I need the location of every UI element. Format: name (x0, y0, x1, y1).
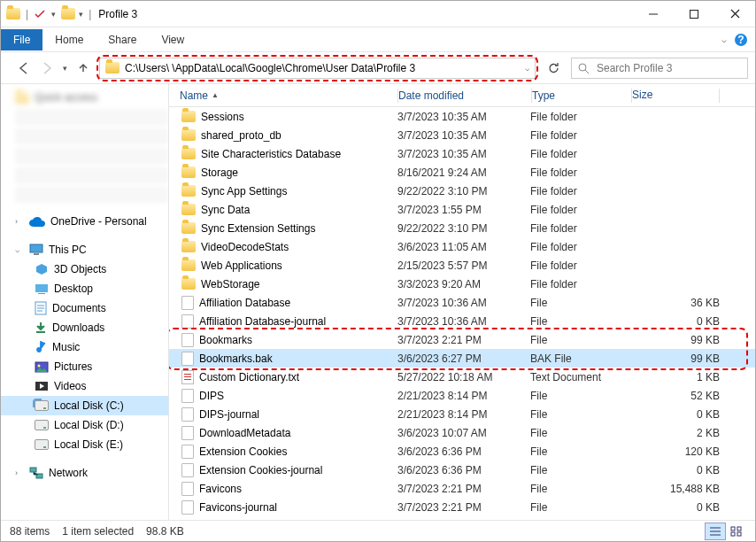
file-row[interactable]: DIPS-journal2/21/2023 8:14 PMFile0 KB (169, 405, 755, 423)
file-row[interactable]: Sync Extension Settings9/22/2022 3:10 PM… (169, 219, 755, 237)
file-row[interactable]: Storage8/16/2021 9:24 AMFile folder (169, 163, 755, 182)
file-row[interactable]: Affiliation Database3/7/2023 10:36 AMFil… (169, 293, 755, 312)
svg-rect-17 (737, 532, 741, 536)
chevron-down-icon[interactable]: ⌵ (15, 245, 24, 254)
column-date[interactable]: Date modified (398, 89, 531, 102)
file-type: File (530, 501, 629, 514)
svg-point-3 (579, 64, 586, 71)
file-row[interactable]: DIPS2/21/2023 8:14 PMFile52 KB (169, 386, 755, 405)
file-name: Bookmarks (199, 334, 252, 346)
file-row[interactable]: Bookmarks3/7/2023 2:21 PMFile99 KB (169, 330, 755, 349)
file-name: Custom Dictionary.txt (199, 371, 299, 383)
nav-desktop[interactable]: Desktop (1, 279, 168, 298)
file-list[interactable]: Sessions3/7/2023 10:35 AMFile foldershar… (169, 107, 755, 520)
details-view-button[interactable] (706, 523, 725, 539)
chevron-right-icon[interactable]: › (15, 217, 24, 226)
help-icon[interactable]: ? (734, 33, 748, 47)
qat-caret-icon[interactable]: ▾ (79, 10, 83, 19)
nav-documents[interactable]: Documents (1, 298, 168, 318)
navigation-pane[interactable]: Quick access › OneDrive - Personal ⌵ Thi… (1, 84, 169, 520)
file-row[interactable]: WebStorage3/3/2023 9:20 AMFile folder (169, 275, 755, 293)
file-date: 3/6/2023 10:07 AM (397, 427, 530, 439)
status-selected-count: 1 item selected (62, 525, 134, 538)
tab-view[interactable]: View (149, 34, 197, 46)
svg-rect-0 (690, 10, 698, 18)
file-row[interactable]: Affiliation Database-journal3/7/2023 10:… (169, 312, 755, 330)
file-row[interactable]: Sessions3/7/2023 10:35 AMFile folder (169, 107, 755, 126)
file-icon (181, 445, 194, 459)
column-headers[interactable]: Name▲ Date modified Type Size (169, 84, 755, 107)
qat-folder-icon[interactable] (61, 8, 75, 19)
nav-local-disk-d[interactable]: Local Disk (D:) (1, 415, 168, 435)
ribbon-expand-icon[interactable]: ⌵ (721, 35, 727, 44)
nav-pictures[interactable]: Pictures (1, 357, 168, 376)
file-row[interactable]: Extension Cookies3/6/2023 6:36 PMFile120… (169, 442, 755, 461)
up-button[interactable] (76, 61, 90, 75)
onedrive-icon (29, 217, 45, 227)
search-input[interactable] (597, 62, 742, 74)
nav-thispc[interactable]: ⌵ This PC (1, 240, 168, 259)
column-size[interactable]: Size (632, 89, 755, 103)
quick-access[interactable]: Quick access (1, 88, 168, 107)
file-row[interactable]: Site Characteristics Database3/7/2023 10… (169, 144, 755, 163)
file-icon (181, 426, 194, 440)
qat-properties-icon[interactable] (34, 8, 46, 20)
qat-dropdown-icon[interactable]: ▾ (51, 10, 56, 19)
file-size: 36 KB (629, 297, 755, 309)
tab-home[interactable]: Home (42, 34, 96, 46)
nav-onedrive[interactable]: › OneDrive - Personal (1, 212, 168, 231)
ribbon-tabs: File Home Share View ⌵ ? (1, 27, 755, 52)
file-row[interactable]: Sync App Settings9/22/2022 3:10 PMFile f… (169, 182, 755, 200)
forward-button[interactable] (40, 61, 54, 75)
address-dropdown-icon[interactable]: ⌵ (525, 64, 529, 73)
nav-music[interactable]: Music (1, 337, 168, 357)
file-size: 99 KB (629, 334, 755, 346)
file-date: 2/21/2023 8:14 PM (397, 390, 530, 402)
file-type: Text Document (530, 371, 629, 383)
file-row[interactable]: Favicons-journal3/7/2023 2:21 PMFile0 KB (169, 498, 755, 516)
file-icon (181, 314, 194, 329)
file-row[interactable]: Favicons3/7/2023 2:21 PMFile15,488 KB (169, 479, 755, 498)
nav-3dobjects[interactable]: 3D Objects (1, 259, 168, 279)
file-row[interactable]: Extension Cookies-journal3/6/2023 6:36 P… (169, 461, 755, 479)
column-type[interactable]: Type (532, 89, 631, 102)
nav-downloads[interactable]: Downloads (1, 318, 168, 337)
minimize-button[interactable] (633, 1, 674, 27)
nav-videos[interactable]: Videos (1, 376, 168, 396)
file-row[interactable]: Sync Data3/7/2023 1:55 PMFile folder (169, 200, 755, 219)
column-name[interactable]: Name▲ (169, 89, 397, 102)
folder-icon (181, 111, 196, 122)
nav-local-disk-e[interactable]: Local Disk (E:) (1, 435, 168, 454)
refresh-button[interactable] (541, 61, 566, 74)
recent-dropdown[interactable]: ▾ (63, 64, 67, 73)
qat-divider: | (26, 8, 28, 20)
file-type: File (530, 334, 629, 346)
file-row[interactable]: Web Applications2/15/2023 5:57 PMFile fo… (169, 256, 755, 275)
address-bar[interactable]: C:\Users\ \AppData\Local\Google\Chrome\U… (99, 58, 536, 79)
maximize-button[interactable] (674, 1, 714, 27)
drive-d-icon (35, 420, 49, 430)
svg-text:?: ? (737, 34, 744, 46)
back-button[interactable] (17, 61, 31, 75)
tab-file[interactable]: File (1, 29, 42, 50)
file-row[interactable]: VideoDecodeStats3/6/2023 11:05 AMFile fo… (169, 237, 755, 256)
desktop-icon (35, 283, 49, 295)
icons-view-button[interactable] (727, 523, 746, 539)
app-folder-icon (6, 8, 20, 19)
downloads-icon (35, 321, 47, 334)
nav-network[interactable]: › Network (1, 463, 168, 483)
file-row[interactable]: DownloadMetadata3/6/2023 10:07 AMFile2 K… (169, 423, 755, 442)
chevron-right-icon[interactable]: › (15, 468, 24, 477)
nav-local-disk-c[interactable]: Local Disk (C:) (1, 396, 168, 415)
close-button[interactable] (714, 1, 755, 27)
file-name: DownloadMetadata (199, 427, 290, 439)
tab-share[interactable]: Share (96, 34, 149, 46)
file-row[interactable]: Bookmarks.bak3/6/2023 6:27 PMBAK File99 … (169, 349, 755, 368)
file-row[interactable]: Custom Dictionary.txt5/27/2022 10:18 AMT… (169, 368, 755, 386)
svg-rect-6 (35, 284, 48, 292)
file-size: 15,488 KB (629, 483, 755, 495)
file-type: File (530, 464, 629, 476)
search-box[interactable] (571, 58, 748, 79)
file-row[interactable]: shared_proto_db3/7/2023 10:35 AMFile fol… (169, 126, 755, 144)
file-icon (181, 482, 194, 496)
